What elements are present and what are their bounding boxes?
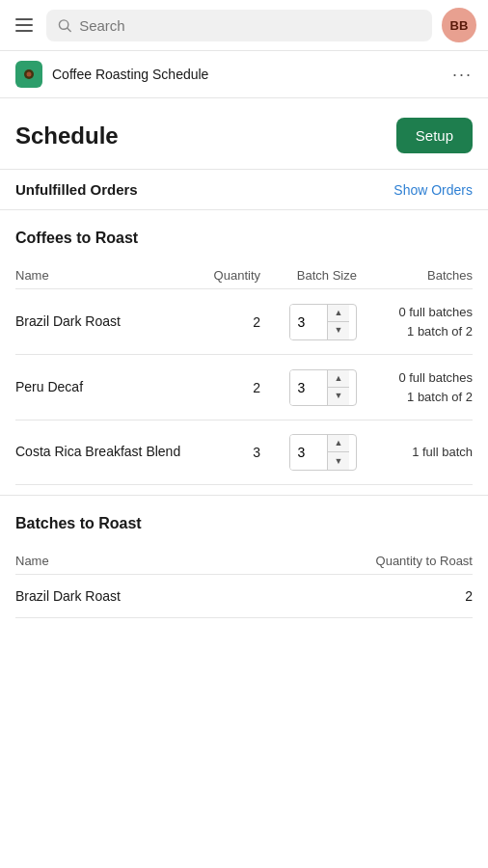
- batch-size-input-1[interactable]: [290, 370, 327, 405]
- avatar[interactable]: BB: [442, 8, 476, 42]
- batches-heading: Batches to Roast: [15, 515, 473, 532]
- search-bar[interactable]: [46, 10, 432, 41]
- spinner-up-1[interactable]: ▲: [328, 370, 349, 388]
- coffee-icon: [21, 67, 37, 82]
- coffee-batches-1: 0 full batches 1 batch of 2: [357, 368, 473, 406]
- setup-button[interactable]: Setup: [396, 118, 473, 153]
- coffee-name-2: Costa Rica Breakfast Blend: [15, 443, 183, 462]
- coffee-name-1: Peru Decaf: [15, 378, 183, 397]
- spinner-down-0[interactable]: ▼: [328, 322, 349, 339]
- table-row: Peru Decaf 2 ▲ ▼ 0 full batches 1 batch …: [15, 355, 473, 420]
- coffee-qty-1: 2: [183, 380, 260, 395]
- batches-col-name-header: Name: [15, 554, 49, 568]
- spinner-up-0[interactable]: ▲: [328, 305, 349, 322]
- batch-size-spinner-0[interactable]: ▲ ▼: [289, 304, 357, 340]
- app-icon: [15, 61, 42, 88]
- col-quantity-header: Quantity: [183, 268, 260, 283]
- table-row: Costa Rica Breakfast Blend 3 ▲ ▼ 1 full …: [15, 420, 473, 485]
- svg-point-3: [27, 72, 32, 77]
- batches-col-qty-header: Quantity to Roast: [376, 554, 473, 568]
- content-area: Schedule Setup Unfulfilled Orders Show O…: [0, 98, 488, 860]
- search-icon: [58, 18, 71, 33]
- batch-row-name-0: Brazil Dark Roast: [15, 588, 121, 604]
- col-batches-header: Batches: [357, 268, 473, 283]
- coffees-table-header: Name Quantity Batch Size Batches: [15, 262, 473, 289]
- batches-table-row: Brazil Dark Roast 2: [15, 575, 473, 618]
- app-title: Coffee Roasting Schedule: [52, 67, 452, 82]
- unfulfilled-orders-label: Unfulfilled Orders: [15, 181, 138, 198]
- spinner-buttons-0: ▲ ▼: [327, 305, 349, 339]
- coffee-qty-2: 3: [183, 445, 260, 460]
- col-name-header: Name: [15, 268, 183, 283]
- coffees-heading: Coffees to Roast: [15, 230, 473, 247]
- more-options-icon[interactable]: ···: [452, 65, 473, 85]
- hamburger-menu[interactable]: [12, 14, 37, 36]
- coffee-batches-0: 0 full batches 1 batch of 2: [357, 303, 473, 340]
- search-input[interactable]: [79, 17, 420, 34]
- coffees-to-roast-section: Coffees to Roast Name Quantity Batch Siz…: [0, 210, 488, 485]
- page-title: Schedule: [15, 122, 119, 149]
- unfulfilled-orders-row: Unfulfilled Orders Show Orders: [0, 169, 488, 210]
- app-bar: Coffee Roasting Schedule ···: [0, 51, 488, 98]
- coffee-batches-2: 1 full batch: [357, 443, 473, 462]
- batches-to-roast-section: Batches to Roast Name Quantity to Roast …: [0, 495, 488, 618]
- spinner-buttons-2: ▲ ▼: [327, 435, 349, 470]
- batch-size-input-0[interactable]: [290, 305, 327, 339]
- spinner-up-2[interactable]: ▲: [328, 435, 349, 452]
- batches-table-header: Name Quantity to Roast: [15, 548, 473, 575]
- batch-size-input-2[interactable]: [290, 435, 327, 470]
- header: BB: [0, 0, 488, 51]
- col-batch-size-header: Batch Size: [260, 268, 357, 283]
- batch-size-spinner-2[interactable]: ▲ ▼: [289, 434, 357, 471]
- table-row: Brazil Dark Roast 2 ▲ ▼ 0 full batches 1…: [15, 289, 473, 355]
- batch-size-spinner-1[interactable]: ▲ ▼: [289, 369, 357, 406]
- spinner-buttons-1: ▲ ▼: [327, 370, 349, 405]
- coffee-qty-0: 2: [183, 314, 260, 330]
- show-orders-link[interactable]: Show Orders: [393, 182, 473, 198]
- coffee-name-0: Brazil Dark Roast: [15, 312, 183, 332]
- spinner-down-1[interactable]: ▼: [328, 388, 349, 405]
- svg-line-1: [68, 28, 70, 31]
- page-header: Schedule Setup: [0, 98, 488, 169]
- spinner-down-2[interactable]: ▼: [328, 452, 349, 470]
- batch-row-qty-0: 2: [465, 588, 473, 604]
